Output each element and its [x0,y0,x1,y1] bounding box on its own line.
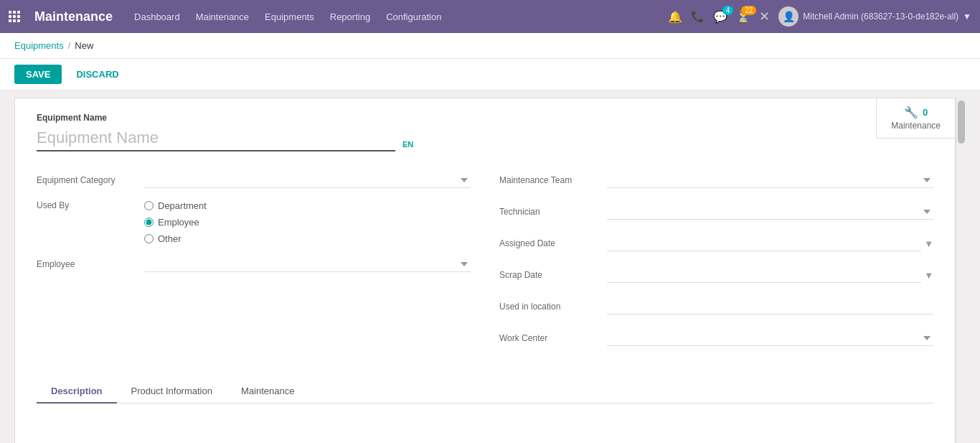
used-in-location-input[interactable] [607,299,933,314]
equipment-name-row: EN [37,126,933,151]
tab-description[interactable]: Description [37,380,117,404]
bell-icon: 🔔 [668,10,682,24]
breadcrumb: Equipments / New [0,33,980,59]
topnav-right: 🔔 📞 💬 4 ⏳ 22 ✕ 👤 Mitchell Admin (683627-… [668,6,971,27]
equipment-name-label: Equipment Name [37,113,933,123]
save-button[interactable]: SAVE [14,65,62,84]
chat-icon-wrap[interactable]: 💬 4 [713,10,727,24]
form-left-column: Equipment Category Used By [37,169,471,358]
used-by-row: Used By Department Employee [37,200,471,244]
user-name: Mitchell Admin (683627-13-0-de182e-all) [803,11,958,22]
equipment-category-label: Equipment Category [37,175,144,185]
used-in-location-value [607,299,933,314]
maintenance-label: Maintenance [891,121,941,131]
used-by-department[interactable]: Department [144,200,471,211]
user-avatar: 👤 [778,6,798,27]
work-center-row: Work Center [499,327,933,350]
used-by-employee[interactable]: Employee [144,217,471,228]
assigned-date-value-wrap: 11/12/2019 ▼ [607,236,933,251]
scrap-date-row: Scrap Date ▼ [499,264,933,286]
wrench-icon: 🔧 [904,106,918,119]
work-center-label: Work Center [499,333,607,343]
nav-reporting[interactable]: Reporting [330,11,370,22]
nav-equipments[interactable]: Equipments [265,11,314,22]
technician-select[interactable] [607,204,933,220]
breadcrumb-current: New [75,40,93,51]
tab-maintenance[interactable]: Maintenance [227,380,308,404]
clock-badge: 22 [741,6,756,15]
nav-configuration[interactable]: Configuration [386,11,441,22]
user-dropdown-icon: ▼ [963,11,971,22]
maintenance-team-label: Maintenance Team [499,175,607,185]
used-by-label: Used By [37,200,144,210]
toolbar: SAVE DISCARD [0,59,980,90]
maintenance-count-button[interactable]: 🔧 0 Maintenance [876,98,955,139]
form-columns: Equipment Category Used By [37,169,933,358]
equipment-category-value [144,172,471,188]
equipment-category-row: Equipment Category [37,169,471,192]
assigned-date-row: Assigned Date 11/12/2019 ▼ [499,232,933,255]
technician-row: Technician [499,200,933,223]
phone-icon-wrap[interactable]: 📞 [691,10,705,23]
app-title: Maintenance [34,9,113,24]
nav-maintenance[interactable]: Maintenance [196,11,249,22]
assigned-date-label: Assigned Date [499,238,607,248]
clock-icon-wrap[interactable]: ⏳ 22 [736,10,750,24]
bell-icon-wrap[interactable]: 🔔 [668,10,682,24]
content-area: 🔧 0 Maintenance Equipment Name EN [0,90,980,443]
used-in-location-row: Used in location [499,295,933,318]
work-center-value [607,330,933,346]
scroll-thumb[interactable] [958,101,965,144]
used-in-location-label: Used in location [499,302,607,312]
work-center-select[interactable] [607,330,933,346]
employee-value [144,256,471,272]
close-icon-wrap[interactable]: ✕ [759,9,770,24]
assigned-date-input[interactable]: 11/12/2019 [607,236,921,251]
form-card: 🔧 0 Maintenance Equipment Name EN [14,98,956,443]
scrap-date-input[interactable] [607,267,921,283]
technician-value [607,204,933,220]
technician-label: Technician [499,207,607,217]
used-by-other-label: Other [158,233,182,244]
scrap-date-label: Scrap Date [499,270,607,280]
tabs-bar: Description Product Information Maintena… [37,373,933,404]
apps-icon[interactable] [9,11,20,22]
maintenance-team-select[interactable] [607,172,933,188]
phone-icon: 📞 [691,10,705,23]
employee-label: Employee [37,259,144,269]
used-by-other[interactable]: Other [144,233,471,244]
top-navigation: Maintenance Dashboard Maintenance Equipm… [0,0,980,33]
chat-badge: 4 [722,6,734,15]
maintenance-team-value [607,172,933,188]
close-icon: ✕ [759,9,770,24]
nav-dashboard[interactable]: Dashboard [134,11,180,22]
scrap-date-value-wrap: ▼ [607,267,933,283]
employee-row: Employee [37,253,471,276]
user-menu[interactable]: 👤 Mitchell Admin (683627-13-0-de182e-all… [778,6,971,27]
used-by-employee-label: Employee [158,217,199,228]
maintenance-team-row: Maintenance Team [499,169,933,192]
equipment-name-section: Equipment Name EN [37,113,933,151]
breadcrumb-separator: / [68,40,71,51]
discard-button[interactable]: DISCARD [69,65,126,84]
equipment-name-input[interactable] [37,126,395,151]
form-right-column: Maintenance Team Technician [499,169,933,358]
scrap-date-dropdown-icon[interactable]: ▼ [924,270,933,281]
used-by-department-label: Department [158,200,207,211]
nav-menu: Dashboard Maintenance Equipments Reporti… [134,11,654,22]
equipment-category-select[interactable] [144,172,471,188]
assigned-date-dropdown-icon[interactable]: ▼ [924,238,933,249]
language-badge[interactable]: EN [402,140,413,151]
scrollbar[interactable] [956,98,966,443]
maintenance-count: 0 [923,107,928,118]
employee-select[interactable] [144,256,471,272]
form-inner: Equipment Name EN Equipment Category [15,98,955,443]
breadcrumb-parent[interactable]: Equipments [14,40,64,51]
used-by-options: Department Employee Other [144,200,471,244]
tab-content [37,404,933,443]
tab-product-information[interactable]: Product Information [117,380,227,404]
